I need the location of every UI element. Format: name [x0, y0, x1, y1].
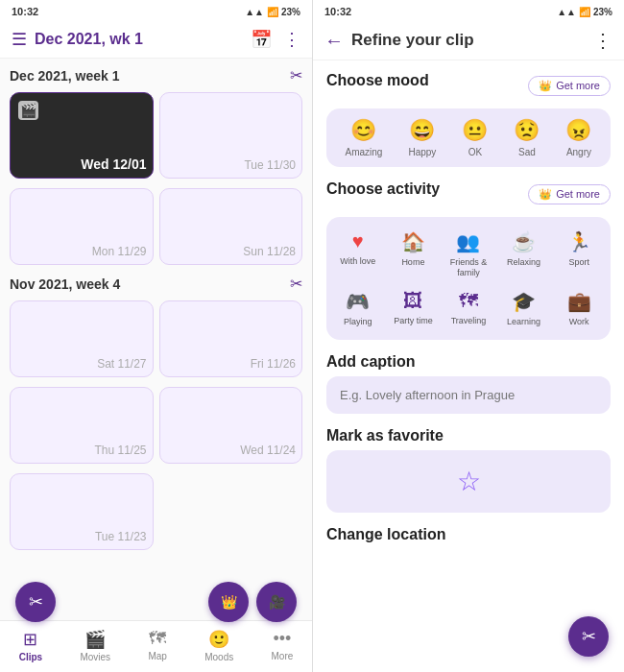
mood-sad[interactable]: 😟 Sad	[514, 118, 540, 157]
clip-grid-nov2930: Mon 11/29 Sun 11/28	[10, 188, 302, 265]
favorite-section: Mark as favorite ☆	[326, 427, 611, 513]
mood-title: Choose mood	[326, 72, 429, 89]
favorite-box[interactable]: ☆	[326, 450, 611, 513]
activity-playing[interactable]: 🎮 Playing	[332, 286, 384, 331]
clip-date-nov26: Fri 11/26	[166, 357, 297, 371]
activity-learning[interactable]: 🎓 Learning	[498, 286, 550, 331]
status-bar-left: 10:32 ▲▲ 📶 23%	[0, 0, 312, 21]
star-icon[interactable]: ☆	[457, 466, 481, 497]
home-label: Home	[401, 257, 424, 268]
menu-icon[interactable]: ☰	[12, 29, 27, 50]
activity-relaxing[interactable]: ☕ Relaxing	[498, 227, 550, 282]
work-icon: 💼	[567, 290, 591, 313]
activity-section-header: Choose activity 👑 Get more	[326, 180, 611, 207]
clip-cell-nov27[interactable]: Sat 11/27	[10, 300, 154, 377]
mood-angry[interactable]: 😠 Angry	[565, 118, 591, 157]
with-love-label: With love	[340, 256, 375, 267]
right-content: Choose mood 👑 Get more 😊 Amazing 😄 Happy…	[313, 60, 624, 672]
sport-icon: 🏃	[567, 230, 591, 253]
learning-icon: 🎓	[512, 290, 536, 313]
right-fabs: 👑 🎥	[208, 582, 297, 622]
sad-emoji: 😟	[514, 118, 540, 143]
activity-work[interactable]: 💼 Work	[553, 286, 605, 331]
status-bar-right: 10:32 ▲▲ 📶 23%	[313, 0, 624, 21]
clip-cell-nov29[interactable]: Mon 11/29	[10, 188, 154, 265]
activity-home[interactable]: 🏠 Home	[388, 227, 440, 282]
ok-label: OK	[468, 147, 482, 157]
crown-icon-mood: 👑	[539, 80, 552, 92]
clip-date-nov27: Sat 11/27	[16, 357, 147, 371]
week-label-dec1: Dec 2021, week 1	[10, 68, 119, 84]
work-label: Work	[569, 317, 589, 327]
party-time-icon: 🖼	[403, 290, 422, 312]
playing-label: Playing	[344, 317, 372, 327]
mood-get-more-button[interactable]: 👑 Get more	[528, 76, 611, 96]
time-left: 10:32	[12, 6, 38, 17]
crown-fab[interactable]: 👑	[208, 582, 249, 622]
left-content: Dec 2021, week 1 ✂ 🎬 Wed 12/01 Tue 11/30…	[0, 59, 312, 620]
party-time-label: Party time	[394, 316, 433, 326]
clip-date-dec1: Wed 12/01	[16, 156, 147, 172]
clip-cell-nov28[interactable]: Sun 11/28	[159, 188, 303, 265]
right-header-title: Refine your clip	[351, 31, 586, 50]
left-screen: 10:32 ▲▲ 📶 23% ☰ Dec 2021, wk 1 📅 ⋮ Dec …	[0, 0, 312, 672]
activity-friends-family[interactable]: 👥 Friends & family	[443, 227, 494, 282]
location-title: Change location	[326, 526, 445, 542]
clip-date-nov29: Mon 11/29	[16, 245, 147, 258]
playing-icon: 🎮	[346, 290, 370, 313]
clip-cell-nov24[interactable]: Wed 11/24	[159, 387, 303, 464]
activity-grid: ♥ With love 🏠 Home 👥 Friends & family ☕ …	[326, 217, 611, 340]
back-icon[interactable]: ←	[324, 30, 344, 52]
with-love-icon: ♥	[352, 230, 364, 252]
clip-cell-dec1[interactable]: 🎬 Wed 12/01	[10, 92, 154, 179]
clip-cell-empty	[159, 473, 303, 550]
clips-icon: ⊞	[23, 629, 37, 650]
clip-grid-nov2526: Thu 11/25 Wed 11/24	[10, 387, 302, 464]
map-label: Map	[148, 651, 166, 661]
nav-clips[interactable]: ⊞ Clips	[19, 629, 42, 662]
nav-movies[interactable]: 🎬 Movies	[80, 629, 110, 662]
nav-moods[interactable]: 🙂 Moods	[204, 629, 233, 662]
activity-get-more-button[interactable]: 👑 Get more	[528, 184, 611, 204]
clip-cell-nov23[interactable]: Tue 11/23	[10, 473, 154, 550]
clip-cell-nov30[interactable]: Tue 11/30	[159, 92, 303, 179]
clip-cell-nov26[interactable]: Fri 11/26	[159, 300, 303, 377]
scissors-fab-right[interactable]: ✂	[568, 616, 609, 657]
get-more-mood-label: Get more	[556, 80, 600, 91]
nav-bar: ⊞ Clips 🎬 Movies 🗺 Map 🙂 Moods ••• More	[0, 620, 312, 672]
more-options-icon[interactable]: ⋮	[283, 29, 300, 50]
calendar-icon[interactable]: 📅	[251, 29, 272, 50]
clip-cell-nov25[interactable]: Thu 11/25	[10, 387, 154, 464]
map-icon: 🗺	[149, 629, 166, 649]
right-more-icon[interactable]: ⋮	[593, 29, 612, 52]
nav-map[interactable]: 🗺 Map	[148, 629, 166, 662]
nav-more[interactable]: ••• More	[272, 629, 294, 662]
location-section: Change location	[326, 526, 611, 543]
sad-label: Sad	[518, 147, 536, 157]
left-header-title: Dec 2021, wk 1	[35, 31, 239, 48]
activity-with-love[interactable]: ♥ With love	[332, 227, 384, 282]
clips-label: Clips	[19, 652, 42, 662]
friends-family-label: Friends & family	[444, 257, 492, 278]
activity-traveling[interactable]: 🗺 Traveling	[443, 286, 494, 331]
friends-family-icon: 👥	[456, 230, 480, 253]
camera-fab[interactable]: 🎥	[256, 582, 297, 622]
mood-ok[interactable]: 😐 OK	[462, 118, 488, 157]
mood-happy[interactable]: 😄 Happy	[408, 118, 436, 157]
week-label-nov4: Nov 2021, week 4	[10, 276, 120, 292]
clip-date-nov25: Thu 11/25	[16, 444, 147, 457]
happy-emoji: 😄	[409, 118, 435, 143]
scissors-icon-nov4[interactable]: ✂	[290, 275, 302, 293]
learning-label: Learning	[507, 317, 540, 327]
activity-sport[interactable]: 🏃 Sport	[553, 227, 605, 282]
caption-input[interactable]	[326, 376, 611, 414]
clip-date-nov30: Tue 11/30	[166, 158, 297, 172]
favorite-title: Mark as favorite	[326, 427, 444, 444]
mood-section-header: Choose mood 👑 Get more	[326, 72, 611, 99]
activity-title: Choose activity	[326, 180, 440, 198]
scissors-icon-dec1[interactable]: ✂	[290, 66, 302, 84]
fab-row: ✂ 👑 🎥	[0, 582, 312, 622]
mood-amazing[interactable]: 😊 Amazing	[346, 118, 383, 157]
activity-party-time[interactable]: 🖼 Party time	[388, 286, 440, 331]
scissors-fab[interactable]: ✂	[15, 582, 56, 622]
